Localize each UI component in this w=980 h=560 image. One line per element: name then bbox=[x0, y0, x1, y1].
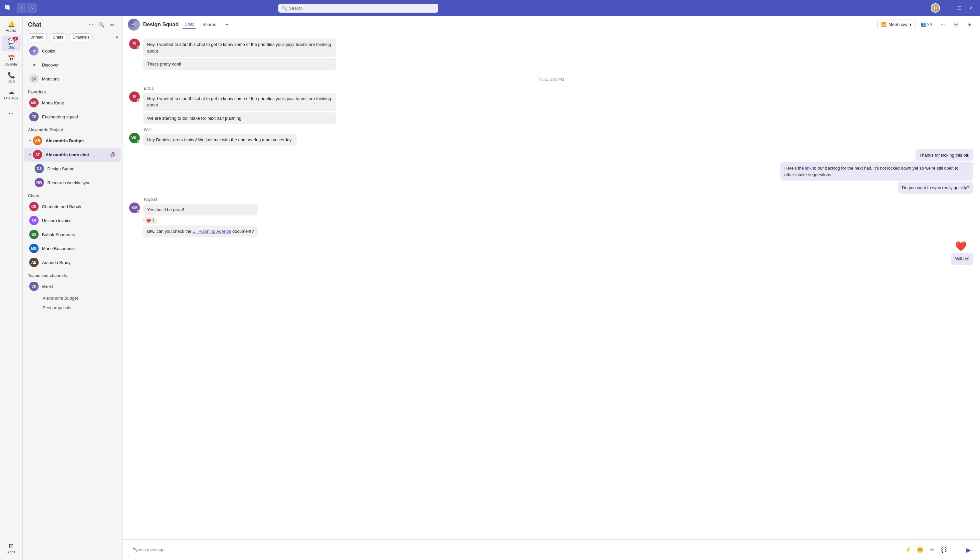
sidebar-list: ✦ Copilot ✦ Discover @ Mentions Favorite… bbox=[23, 44, 122, 560]
design-squad-label: Design Squad bbox=[47, 166, 115, 171]
sidebar-item-design-squad[interactable]: DS Design Squad bbox=[24, 162, 121, 176]
rail-bottom: ⊞ Apps bbox=[2, 540, 21, 556]
minimize-button[interactable]: − bbox=[943, 3, 952, 13]
avatar-design-squad: DS bbox=[35, 164, 44, 173]
back-button[interactable]: ‹ bbox=[17, 3, 26, 13]
send-button[interactable]: ▶ bbox=[963, 544, 975, 556]
sidebar-item-discover[interactable]: ✦ Discover bbox=[24, 58, 121, 72]
side-panel-button[interactable]: ⊞ bbox=[964, 19, 975, 30]
rail-item-apps[interactable]: ⊞ Apps bbox=[2, 540, 21, 556]
amanda-brady-label: Amanda Brady bbox=[42, 260, 115, 265]
chat-header-right: 📶 Meet now ▾ 👥 24 ··· ⊟ ⊞ bbox=[878, 19, 975, 30]
meet-now-button[interactable]: 📶 Meet now ▾ bbox=[878, 20, 915, 29]
titlebar-actions: ··· D − □ × bbox=[919, 3, 976, 13]
msg-bubble-eric-1: Hey, I wanted to start this chat to get … bbox=[143, 93, 336, 111]
user-avatar[interactable]: D bbox=[931, 3, 940, 13]
best-proposals-label: Best proposals bbox=[29, 305, 115, 310]
sidebar-more-button[interactable]: ··· bbox=[86, 20, 95, 29]
rail-item-chat[interactable]: 2 💬 Chat bbox=[2, 36, 21, 51]
msg-bubble-mine-2: Here's the link to our backlog for the n… bbox=[780, 162, 973, 180]
close-button[interactable]: × bbox=[967, 3, 976, 13]
sidebar-item-marie-beaudouin[interactable]: MB Marie Beaudouin bbox=[24, 242, 121, 255]
avatar-babak: BS bbox=[29, 230, 38, 239]
backlog-link[interactable]: link bbox=[805, 166, 811, 171]
sidebar-item-babak-shammas[interactable]: BS Babak Shammas bbox=[24, 227, 121, 242]
sidebar-title: Chat bbox=[28, 21, 84, 28]
rail-item-activity[interactable]: 🔔 Activity bbox=[2, 18, 21, 34]
sidebar-item-amanda-brady[interactable]: AB Amanda Brady bbox=[24, 255, 121, 269]
compose-input[interactable] bbox=[128, 544, 900, 556]
msg-group-1: EI Hey, I wanted to start this chat to g… bbox=[129, 38, 973, 70]
marie-beaudouin-label: Marie Beaudouin bbox=[42, 246, 115, 251]
reaction-row: ❤️ 1 bbox=[143, 217, 258, 224]
filter-chats[interactable]: Chats bbox=[49, 33, 67, 41]
participants-button[interactable]: 👥 24 bbox=[918, 20, 935, 28]
babak-shammas-label: Babak Shammas bbox=[42, 232, 115, 237]
avatar-eric: EI bbox=[129, 92, 140, 102]
avatar-mona: MK bbox=[29, 98, 38, 107]
emoji-button[interactable]: 😊 bbox=[915, 545, 925, 555]
sidebar-compose-button[interactable]: ✏ bbox=[107, 20, 117, 29]
sidebar-item-unicorn-invoice[interactable]: UI Unicorn invoice bbox=[24, 213, 121, 227]
mentions-label: Mentions bbox=[42, 77, 115, 82]
sidebar-item-research-weekly[interactable]: RW Research weekly sync bbox=[24, 176, 121, 190]
chat-more-button[interactable]: ··· bbox=[937, 19, 948, 30]
avatar-engineering: ES bbox=[29, 112, 38, 122]
reaction-heart[interactable]: ❤️ 1 bbox=[143, 217, 157, 224]
msg-content-mine-2: ❤️ Will do! bbox=[951, 241, 973, 265]
rail-item-calls[interactable]: 📞 Calls bbox=[2, 70, 21, 85]
svg-text:T: T bbox=[6, 6, 8, 9]
msg-content-mine: Thanks for kicking this off! Here's the … bbox=[780, 149, 973, 194]
sidebar-search-button[interactable]: 🔍 bbox=[97, 20, 106, 29]
filter-expand-button[interactable]: ▾ bbox=[116, 35, 118, 40]
sidebar-item-alexandria-budget-channel[interactable]: Alexandria Budget bbox=[24, 293, 121, 303]
msg-content-will: Will L. Hey Daniela, great timing! We ju… bbox=[143, 127, 297, 146]
sidebar-item-mentions[interactable]: @ Mentions bbox=[24, 72, 121, 86]
onedrive-label: OneDrive bbox=[4, 97, 18, 100]
more-options-button[interactable]: ··· bbox=[919, 3, 928, 13]
lt-planning-link[interactable]: LT Planning Agenda bbox=[193, 229, 231, 234]
maximize-button[interactable]: □ bbox=[955, 3, 964, 13]
chat-tab-chat[interactable]: Chat bbox=[182, 20, 196, 28]
sidebar-item-alexandria-budget[interactable]: • AB Alexandria Budget bbox=[24, 134, 121, 148]
msg-bubble-eric-2: We are starting to do intake for next ha… bbox=[143, 112, 336, 124]
discover-icon: ✦ bbox=[29, 60, 38, 70]
mention-badge: @ bbox=[110, 152, 115, 158]
attach-button[interactable]: + bbox=[951, 545, 962, 555]
filter-unread[interactable]: Unread bbox=[27, 33, 47, 41]
giphy-button[interactable]: ✂ bbox=[927, 545, 937, 555]
rail-item-onedrive[interactable]: ☁ OneDrive bbox=[2, 87, 21, 102]
teams-section: Teams and channels bbox=[23, 269, 122, 279]
sidebar-item-mona-kane[interactable]: MK Mona Kane bbox=[24, 96, 121, 110]
apps-label: Apps bbox=[7, 550, 15, 554]
filter-channels[interactable]: Channels bbox=[69, 33, 93, 41]
mentions-icon: @ bbox=[29, 74, 38, 83]
sidebar-item-copilot[interactable]: ✦ Copilot bbox=[24, 44, 121, 58]
popout-button[interactable]: ⊟ bbox=[951, 19, 962, 30]
msg-bubble: That's pretty cool! bbox=[143, 58, 336, 70]
chat-tab-shared[interactable]: Shared bbox=[200, 21, 219, 28]
left-rail: 🔔 Activity 2 💬 Chat 📅 Calendar 📞 Calls ☁… bbox=[0, 16, 23, 560]
sidebar-item-alexandria-team-chat[interactable]: • AT Alexandria team chat @ bbox=[24, 148, 121, 162]
emoji-float: ❤️ bbox=[955, 241, 967, 252]
search-input[interactable] bbox=[278, 4, 438, 13]
heart-emoji: ❤️ bbox=[146, 218, 151, 223]
sidebar-item-engineering-squad[interactable]: ES Engineering squad bbox=[24, 110, 121, 124]
sidebar-header-actions: ··· 🔍 ✏ bbox=[86, 20, 117, 29]
chat-add-tab-button[interactable]: + bbox=[222, 20, 232, 29]
sidebar-item-vnext[interactable]: VN vNext bbox=[24, 279, 121, 293]
avatar-charlotte: CB bbox=[29, 202, 38, 211]
sidebar-item-charlotte-babak[interactable]: CB Charlotte and Babak bbox=[24, 200, 121, 213]
sticker-button[interactable]: 💬 bbox=[939, 545, 949, 555]
rail-item-more[interactable]: ··· bbox=[2, 108, 21, 119]
sidebar-item-best-proposals[interactable]: Best proposals bbox=[24, 303, 121, 313]
msg-sender-eric: Eric I. bbox=[144, 86, 336, 91]
rail-item-calendar[interactable]: 📅 Calendar bbox=[2, 53, 21, 68]
format-button[interactable]: ⚡ bbox=[903, 545, 913, 555]
msg-sender-kayo: Kayo M. bbox=[144, 197, 258, 202]
msg-group-3: WL Will L. Hey Daniela, great timing! We… bbox=[129, 127, 973, 146]
forward-button[interactable]: › bbox=[27, 3, 37, 13]
activity-label: Activity bbox=[6, 28, 17, 32]
avatar-marie: MB bbox=[29, 244, 38, 253]
sidebar-header: Chat ··· 🔍 ✏ bbox=[23, 16, 122, 32]
